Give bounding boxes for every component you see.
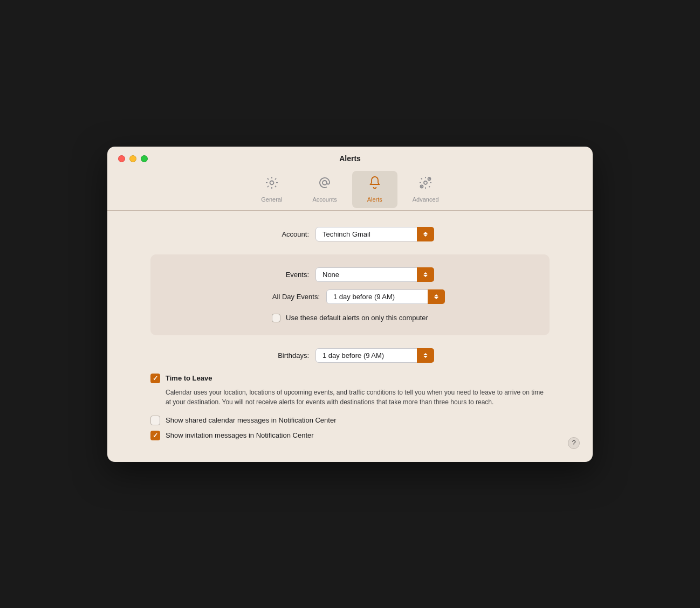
tab-accounts[interactable]: Accounts — [297, 171, 352, 208]
window-title: Alerts — [339, 154, 361, 163]
at-icon — [317, 175, 332, 194]
help-label: ? — [572, 439, 575, 447]
all-day-events-row: All Day Events: 1 day before (9 AM) — [172, 289, 528, 304]
events-label: Events: — [266, 271, 309, 279]
tab-alerts-label: Alerts — [367, 196, 382, 203]
tab-accounts-label: Accounts — [312, 196, 337, 203]
default-alerts-label: Use these default alerts on only this co… — [286, 314, 428, 322]
all-day-events-select[interactable]: 1 day before (9 AM) — [326, 289, 445, 304]
gear-icon — [264, 175, 279, 194]
close-button[interactable] — [118, 155, 125, 162]
shared-calendar-row: Show shared calendar messages in Notific… — [150, 416, 550, 425]
time-to-leave-header: ✓ Time to Leave — [150, 374, 550, 383]
maximize-button[interactable] — [141, 155, 148, 162]
account-select[interactable]: Techinch Gmail — [315, 227, 434, 241]
birthdays-select-wrapper: 1 day before (9 AM) — [315, 348, 434, 363]
account-select-wrapper: Techinch Gmail — [315, 227, 434, 241]
invitation-messages-label: Show invitation messages in Notification… — [166, 431, 314, 439]
main-window: Alerts General Accounts — [107, 147, 593, 462]
tab-alerts[interactable]: Alerts — [352, 171, 397, 208]
time-to-leave-checkbox[interactable]: ✓ — [150, 374, 160, 383]
help-button[interactable]: ? — [568, 437, 580, 449]
tab-advanced-label: Advanced — [413, 196, 439, 203]
svg-point-1 — [322, 181, 327, 185]
time-to-leave-title: Time to Leave — [166, 374, 212, 382]
default-alerts-row: Use these default alerts on only this co… — [172, 314, 528, 322]
tab-general[interactable]: General — [246, 171, 297, 208]
account-row: Account: Techinch Gmail — [150, 227, 550, 241]
shared-calendar-checkbox[interactable] — [150, 416, 160, 425]
tab-general-label: General — [261, 196, 282, 203]
minimize-button[interactable] — [129, 155, 136, 162]
titlebar: Alerts — [107, 147, 593, 167]
birthdays-row: Birthdays: 1 day before (9 AM) — [150, 348, 550, 363]
account-label: Account: — [266, 230, 309, 238]
all-day-events-select-wrapper: 1 day before (9 AM) — [326, 289, 445, 304]
invitation-messages-row: ✓ Show invitation messages in Notificati… — [150, 431, 550, 440]
birthdays-select[interactable]: 1 day before (9 AM) — [315, 348, 434, 363]
events-select-wrapper: None — [315, 267, 434, 282]
time-to-leave-section: ✓ Time to Leave Calendar uses your locat… — [150, 374, 550, 407]
svg-point-2 — [424, 181, 427, 184]
default-alerts-box: Events: None All Day Events: 1 day bef — [150, 254, 550, 335]
toolbar: General Accounts Alerts — [107, 167, 593, 208]
invitation-messages-checkbox[interactable]: ✓ — [150, 431, 160, 440]
time-to-leave-description: Calendar uses your location, locations o… — [166, 388, 550, 407]
content-area: Account: Techinch Gmail Events: None — [107, 211, 593, 462]
all-day-events-label: All Day Events: — [255, 293, 320, 301]
checkmark-icon: ✓ — [153, 375, 158, 382]
shared-calendar-label: Show shared calendar messages in Notific… — [166, 416, 337, 424]
birthdays-label: Birthdays: — [266, 351, 309, 360]
bottom-section: Show shared calendar messages in Notific… — [150, 416, 550, 440]
gear-advanced-icon — [418, 175, 433, 194]
bell-icon — [367, 175, 382, 194]
events-row: Events: None — [172, 267, 528, 282]
events-select[interactable]: None — [315, 267, 434, 282]
checkmark-icon: ✓ — [153, 432, 158, 439]
window-controls — [118, 155, 148, 162]
tab-advanced[interactable]: Advanced — [397, 171, 454, 208]
default-alerts-checkbox[interactable] — [272, 314, 280, 322]
svg-point-0 — [270, 181, 273, 184]
